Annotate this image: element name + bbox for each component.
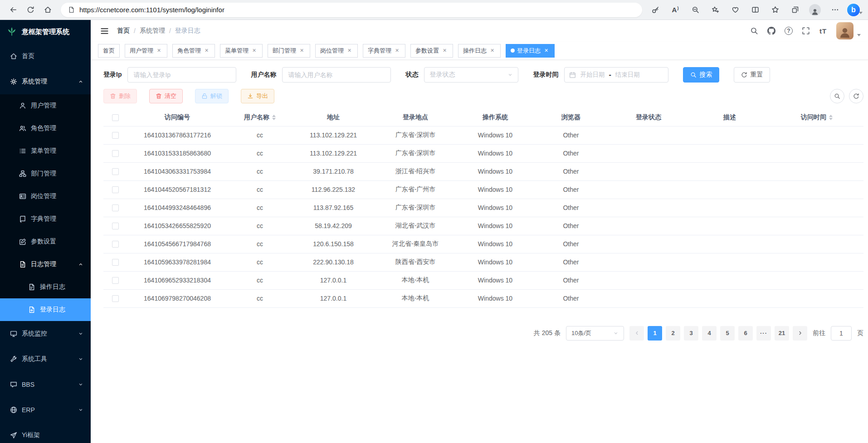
tab-menu-management[interactable]: 菜单管理× (220, 44, 263, 58)
tab-dict-management[interactable]: 字典管理× (363, 44, 405, 58)
table-row[interactable]: 1641044520567181312cc 112.96.225.132广东省-… (103, 180, 863, 199)
sidebar-item-system-monitor[interactable]: 系统监控 (0, 321, 91, 346)
close-icon[interactable]: × (156, 47, 162, 54)
table-row[interactable]: 1641069798270046208cc 127.0.0.1本地-本机 Win… (103, 289, 863, 307)
favorites-icon[interactable] (766, 2, 784, 18)
help-icon[interactable]: ? (782, 24, 795, 38)
page-button-2[interactable]: 2 (666, 326, 680, 341)
github-icon[interactable] (765, 24, 778, 38)
sidebar-item-department-management[interactable]: 部门管理 (0, 162, 91, 185)
column-header-visit-time[interactable]: 访问时间 (770, 109, 863, 126)
sidebar-item-param-settings[interactable]: 参数设置 (0, 230, 91, 253)
sidebar-item-yi-framework[interactable]: Yi框架 (0, 423, 91, 443)
table-row[interactable]: 1641069652933218304cc 127.0.0.1本地-本机 Win… (103, 271, 863, 289)
sidebar-item-dict-management[interactable]: 字典管理 (0, 208, 91, 230)
tab-login-log[interactable]: 登录日志× (506, 44, 555, 58)
close-icon[interactable]: × (346, 47, 353, 54)
table-row[interactable]: 1641054566717984768cc 120.6.150.158河北省-秦… (103, 235, 863, 253)
sort-icon[interactable] (829, 115, 833, 120)
unlock-button[interactable]: 解锁 (195, 89, 229, 103)
row-checkbox[interactable] (112, 259, 119, 266)
split-screen-icon[interactable] (746, 2, 764, 18)
page-button-3[interactable]: 3 (684, 326, 698, 341)
user-avatar[interactable] (836, 22, 853, 39)
column-header-username[interactable]: 用户名称 (228, 109, 292, 126)
page-button-1[interactable]: 1 (648, 326, 662, 341)
row-checkbox[interactable] (112, 204, 119, 211)
login-time-range-picker[interactable]: 开始日期 - 结束日期 (564, 67, 668, 83)
row-checkbox[interactable] (112, 168, 119, 175)
address-bar[interactable]: https://ccnetcore.com:1101/system/log/lo… (61, 3, 642, 17)
sort-icon[interactable] (272, 115, 276, 120)
row-checkbox[interactable] (112, 132, 119, 139)
close-icon[interactable]: × (203, 47, 210, 54)
sidebar-item-log-management[interactable]: 日志管理 (0, 253, 91, 276)
back-button[interactable] (5, 2, 22, 18)
breadcrumb-system-management[interactable]: 系统管理 (140, 27, 165, 35)
clear-button[interactable]: 清空 (149, 89, 183, 103)
sidebar-item-bbs[interactable]: BBS (0, 372, 91, 397)
browser-profile-avatar[interactable] (806, 2, 824, 18)
delete-button[interactable]: 删除 (103, 89, 137, 103)
page-size-select[interactable]: 10条/页 (566, 326, 624, 341)
toggle-search-button[interactable] (830, 89, 844, 103)
end-date-placeholder[interactable]: 结束日期 (615, 71, 640, 79)
sidebar-item-home[interactable]: 首页 (0, 44, 91, 69)
status-select[interactable]: 登录状态 (424, 67, 518, 83)
prev-page-button[interactable] (629, 326, 644, 341)
sidebar-collapse-icon[interactable] (98, 24, 111, 37)
tab-role-management[interactable]: 角色管理× (172, 44, 215, 58)
sidebar-item-menu-management[interactable]: 菜单管理 (0, 140, 91, 162)
table-row[interactable]: 1641031533185863680cc 113.102.129.221广东省… (103, 144, 863, 162)
row-checkbox[interactable] (112, 186, 119, 193)
bing-copilot-button[interactable]: b (846, 2, 863, 18)
page-button-5[interactable]: 5 (720, 326, 735, 341)
close-icon[interactable]: × (489, 47, 496, 54)
font-size-icon[interactable]: tT (816, 24, 830, 38)
ip-filter-input[interactable] (127, 67, 236, 83)
page-info-icon[interactable] (68, 6, 75, 13)
page-button-21[interactable]: 21 (775, 326, 789, 341)
collections-icon[interactable] (786, 2, 804, 18)
sidebar-item-post-management[interactable]: 岗位管理 (0, 185, 91, 208)
next-page-button[interactable] (793, 326, 807, 341)
avatar-dropdown-caret-icon[interactable] (857, 34, 861, 36)
add-favorite-icon[interactable] (707, 2, 724, 18)
refresh-table-button[interactable] (849, 89, 863, 103)
goto-page-input[interactable] (831, 326, 852, 341)
tab-param-settings[interactable]: 参数设置× (410, 44, 453, 58)
refresh-page-button[interactable] (22, 2, 39, 18)
tab-operation-log[interactable]: 操作日志× (458, 44, 501, 58)
tab-user-management[interactable]: 用户管理× (125, 44, 167, 58)
reset-button[interactable]: 重置 (734, 67, 770, 83)
more-pages-button[interactable]: ··· (756, 326, 771, 341)
export-button[interactable]: 导出 (241, 89, 274, 103)
fullscreen-icon[interactable] (799, 24, 813, 38)
page-button-4[interactable]: 4 (702, 326, 717, 341)
row-checkbox[interactable] (112, 223, 119, 229)
row-checkbox[interactable] (112, 277, 119, 284)
sidebar-item-role-management[interactable]: 角色管理 (0, 117, 91, 140)
close-icon[interactable]: × (543, 47, 550, 54)
page-button-6[interactable]: 6 (738, 326, 753, 341)
close-icon[interactable]: × (298, 47, 305, 54)
tab-home[interactable]: 首页 (98, 44, 120, 58)
close-icon[interactable]: × (394, 47, 400, 54)
close-icon[interactable]: × (441, 47, 448, 54)
browser-essentials-icon[interactable] (727, 2, 744, 18)
zoom-out-icon[interactable] (687, 2, 704, 18)
password-key-icon[interactable] (647, 2, 664, 18)
table-row[interactable]: 1641053426655825920cc 58.19.42.209湖北省-武汉… (103, 217, 863, 235)
browser-home-button[interactable] (39, 2, 56, 18)
search-button[interactable]: 搜索 (683, 67, 719, 83)
row-checkbox[interactable] (112, 241, 119, 248)
sidebar-item-erp[interactable]: ERP (0, 397, 91, 423)
sidebar-item-system-management[interactable]: 系统管理 (0, 69, 91, 94)
sidebar-item-system-tools[interactable]: 系统工具 (0, 346, 91, 372)
username-filter-input[interactable] (282, 67, 391, 83)
table-row[interactable]: 1641059633978281984cc 222.90.130.18陕西省-西… (103, 253, 863, 271)
select-all-checkbox[interactable] (112, 114, 119, 121)
sidebar-item-user-management[interactable]: 用户管理 (0, 94, 91, 117)
table-row[interactable]: 1641031367863177216cc 113.102.129.221广东省… (103, 126, 863, 144)
sidebar-item-login-log[interactable]: 登录日志 (0, 298, 91, 321)
